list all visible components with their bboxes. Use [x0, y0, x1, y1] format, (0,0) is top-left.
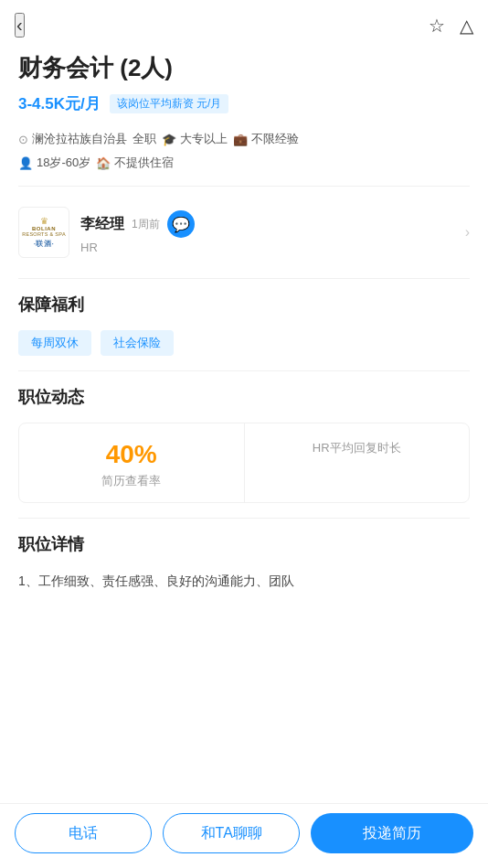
education-icon: 🎓 [162, 133, 176, 146]
tag-housing: 🏠 不提供住宿 [96, 155, 174, 171]
salary-avg-badge: 该岗位平均薪资 元/月 [110, 94, 229, 113]
company-logo: ♛ BOLIAN RESORTS & SPA ·联酒· [18, 207, 69, 258]
main-content: 财务会计 (2人) 3-4.5K元/月 该岗位平均薪资 元/月 ⊙ 澜沧拉祜族自… [0, 45, 488, 666]
hr-name: 李经理 [80, 215, 124, 234]
hr-info: 李经理 1周前 💬 HR [80, 210, 458, 254]
dynamics-resume-rate: 40% 简历查看率 [19, 423, 245, 502]
tag-fulltime-text: 全职 [133, 131, 156, 147]
tags-row-2: 👤 18岁-60岁 🏠 不提供住宿 [18, 155, 470, 171]
benefit-tag-2: 社会保险 [101, 330, 174, 356]
chat-icon: 💬 [172, 216, 190, 233]
hr-reply-label: HR平均回复时长 [313, 440, 401, 456]
tag-location-text: 澜沧拉祜族自治县 [32, 131, 127, 147]
tag-experience: 💼 不限经验 [233, 131, 299, 147]
salary-amount: 3-4.5K元/月 [18, 93, 101, 114]
hr-name-row: 李经理 1周前 💬 [80, 210, 458, 238]
top-navigation: ‹ ☆ △ [0, 0, 488, 45]
detail-content: 1、工作细致、责任感强、良好的沟通能力、团队 [18, 570, 470, 593]
divider-3 [18, 370, 470, 371]
job-tags: ⊙ 澜沧拉祜族自治县 全职 🎓 大专以上 💼 不限经验 👤 18岁-60岁 🏠 [18, 131, 470, 171]
logo-name-cn: ·联酒· [34, 239, 54, 249]
divider-4 [18, 518, 470, 519]
salary-avg-unit: 元/月 [196, 97, 221, 110]
age-icon: 👤 [18, 156, 33, 170]
chat-ta-button[interactable]: 和TA聊聊 [163, 813, 300, 853]
tag-experience-text: 不限经验 [251, 131, 299, 147]
hr-active-time: 1周前 [132, 217, 160, 232]
dynamics-section: 职位动态 40% 简历查看率 HR平均回复时长 [18, 386, 470, 503]
tag-education-text: 大专以上 [180, 131, 228, 147]
tag-location: ⊙ 澜沧拉祜族自治县 [18, 131, 127, 147]
dynamics-title: 职位动态 [18, 386, 470, 408]
salary-row: 3-4.5K元/月 该岗位平均薪资 元/月 [18, 93, 470, 114]
salary-avg-label: 该岗位平均薪资 [117, 97, 194, 110]
back-button[interactable]: ‹ [15, 13, 25, 38]
bottom-action-bar: 电话 和TA聊聊 投递简历 [0, 803, 488, 868]
job-title: 财务会计 (2人) [18, 52, 470, 84]
tag-age-text: 18岁-60岁 [37, 155, 90, 171]
benefits-title: 保障福利 [18, 294, 470, 316]
tag-fulltime: 全职 [133, 131, 156, 147]
hr-section[interactable]: ♛ BOLIAN RESORTS & SPA ·联酒· 李经理 1周前 💬 HR… [18, 201, 470, 263]
benefits-section: 保障福利 每周双休 社会保险 [18, 294, 470, 356]
hr-chat-button[interactable]: 💬 [167, 210, 195, 238]
dynamics-box: 40% 简历查看率 HR平均回复时长 [18, 423, 470, 503]
detail-title: 职位详情 [18, 533, 470, 555]
chevron-right-icon: › [465, 224, 470, 241]
favorite-button[interactable]: ☆ [429, 15, 445, 37]
resume-rate-value: 40% [28, 440, 235, 469]
tag-age: 👤 18岁-60岁 [18, 155, 90, 171]
housing-icon: 🏠 [96, 156, 111, 170]
phone-button[interactable]: 电话 [15, 813, 152, 853]
logo-name-mid: RESORTS & SPA [22, 231, 66, 237]
benefit-tag-1: 每周双休 [18, 330, 91, 356]
tag-housing-text: 不提供住宿 [114, 155, 174, 171]
hr-role: HR [80, 241, 458, 254]
tags-row-1: ⊙ 澜沧拉祜族自治县 全职 🎓 大专以上 💼 不限经验 [18, 131, 470, 147]
alert-button[interactable]: △ [460, 15, 473, 37]
dynamics-hr-reply: HR平均回复时长 [245, 423, 470, 502]
location-icon: ⊙ [18, 133, 28, 146]
resume-rate-label: 简历查看率 [28, 473, 235, 489]
logo-crown-icon: ♛ [40, 216, 48, 226]
detail-section: 职位详情 1、工作细致、责任感强、良好的沟通能力、团队 [18, 533, 470, 593]
tag-education: 🎓 大专以上 [162, 131, 228, 147]
page-spacer [18, 593, 470, 666]
apply-button[interactable]: 投递简历 [311, 813, 473, 853]
experience-icon: 💼 [233, 133, 248, 146]
divider-1 [18, 186, 470, 187]
nav-action-icons: ☆ △ [429, 15, 473, 37]
hr-reply-row: HR平均回复时长 [254, 440, 461, 456]
benefits-tags: 每周双休 社会保险 [18, 330, 470, 356]
divider-2 [18, 278, 470, 279]
